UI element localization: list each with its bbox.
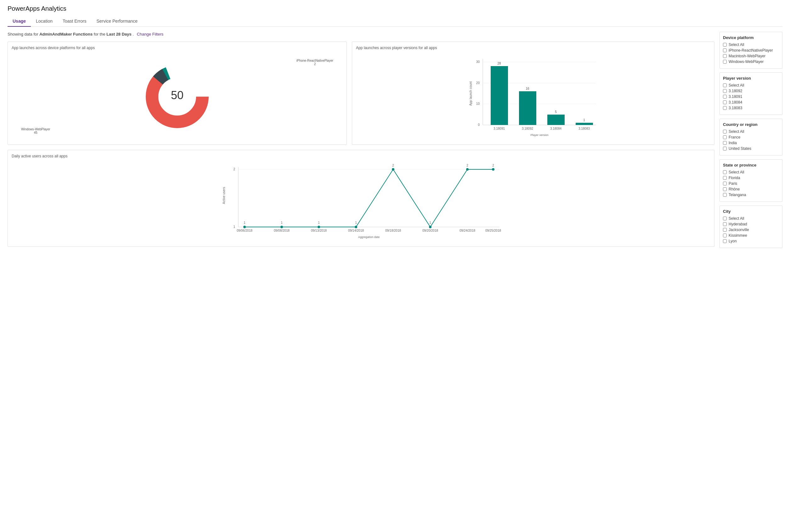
checkbox-state-province-selectall[interactable]: [723, 170, 727, 174]
tab-usage[interactable]: Usage: [7, 16, 31, 27]
checkbox-florida[interactable]: [723, 176, 727, 180]
svg-text:App launch count: App launch count: [469, 81, 473, 106]
donut-center-text: 50: [171, 89, 184, 102]
filter-country-france[interactable]: France: [723, 135, 779, 139]
bar-3.18092: [519, 91, 536, 125]
change-filters-link[interactable]: Change Filters: [137, 32, 164, 37]
bar-chart-wrapper: 0 10 20 30 App launch count: [356, 53, 710, 141]
subtitle-middle: for the: [94, 32, 107, 37]
checkbox-version-18092[interactable]: [723, 89, 727, 93]
filter-state-paris[interactable]: Paris: [723, 181, 779, 186]
filter-device-platform: Device platform Select All iPhone-ReactN…: [719, 32, 783, 69]
filter-city: City Select All Hyderabad Jacksonville K…: [719, 206, 783, 248]
svg-text:1: 1: [244, 221, 246, 225]
filter-state-rhone[interactable]: Rhône: [723, 187, 779, 191]
filter-city-jacksonville[interactable]: Jacksonville: [723, 228, 779, 232]
svg-text:3.18083: 3.18083: [578, 127, 590, 130]
svg-text:1: 1: [583, 118, 585, 122]
checkbox-jacksonville[interactable]: [723, 228, 727, 232]
bar-chart-title: App launches across player versions for …: [356, 46, 710, 50]
svg-text:09/13/2018: 09/13/2018: [311, 229, 327, 232]
point-8: [492, 168, 495, 171]
point-6: [429, 226, 431, 228]
filter-country-region-selectall[interactable]: Select All: [723, 129, 779, 134]
filter-country-region: Country or region Select All France Indi…: [719, 119, 783, 155]
filter-country-india[interactable]: India: [723, 141, 779, 145]
checkbox-india[interactable]: [723, 141, 727, 145]
svg-text:09/18/2018: 09/18/2018: [385, 229, 401, 232]
point-7: [466, 168, 469, 171]
filter-state-florida[interactable]: Florida: [723, 176, 779, 180]
filter-player-version-18084[interactable]: 3.18084: [723, 100, 779, 104]
filter-state-telangana[interactable]: Telangana: [723, 193, 779, 197]
svg-text:1: 1: [429, 221, 431, 225]
checkbox-telangana[interactable]: [723, 193, 727, 197]
checkbox-united-states[interactable]: [723, 147, 727, 150]
filter-city-lyon[interactable]: Lyon: [723, 239, 779, 243]
app-title: PowerApps Analytics: [7, 5, 783, 12]
checkbox-city-selectall[interactable]: [723, 216, 727, 220]
checkbox-rhone[interactable]: [723, 187, 727, 191]
filter-city-hyderabad[interactable]: Hyderabad: [723, 222, 779, 226]
filter-city-title: City: [723, 209, 779, 214]
donut-chart-title: App launches across device platforms for…: [12, 46, 343, 50]
filter-country-us[interactable]: United States: [723, 146, 779, 151]
checkbox-paris[interactable]: [723, 182, 727, 185]
checkbox-player-version-selectall[interactable]: [723, 83, 727, 87]
line-chart-wrapper: 1 2 Active users: [12, 161, 710, 243]
bar-3.18083: [576, 123, 593, 125]
checkbox-version-18084[interactable]: [723, 100, 727, 104]
line-path: [245, 169, 493, 227]
bar-3.18084: [547, 115, 565, 125]
checkbox-macintosh-webplayer[interactable]: [723, 54, 727, 58]
checkbox-hyderabad[interactable]: [723, 222, 727, 226]
filter-player-version-18083[interactable]: 3.18083: [723, 106, 779, 110]
filter-state-province-title: State or province: [723, 163, 779, 168]
point-4: [355, 226, 357, 228]
checkbox-windows-webplayer[interactable]: [723, 60, 727, 63]
tab-service-performance[interactable]: Service Performance: [91, 16, 142, 27]
subtitle-suffix: .: [133, 32, 134, 37]
svg-text:0: 0: [478, 123, 480, 127]
svg-text:09/14/2018: 09/14/2018: [348, 229, 364, 232]
filter-state-province-selectall[interactable]: Select All: [723, 170, 779, 174]
checkbox-france[interactable]: [723, 135, 727, 139]
checkbox-device-platform-selectall[interactable]: [723, 43, 727, 46]
tab-toast-errors[interactable]: Toast Errors: [58, 16, 91, 27]
filter-city-selectall[interactable]: Select All: [723, 216, 779, 221]
checkbox-version-18083[interactable]: [723, 106, 727, 110]
checkbox-kissimmee[interactable]: [723, 233, 727, 238]
svg-text:28: 28: [497, 62, 501, 65]
filter-country-region-title: Country or region: [723, 122, 779, 127]
svg-text:09/24/2018: 09/24/2018: [460, 229, 475, 232]
svg-text:09/20/2018: 09/20/2018: [422, 229, 438, 232]
tab-location[interactable]: Location: [31, 16, 58, 27]
subtitle: Showing data for AdminAndMaker Functions…: [7, 32, 714, 37]
filter-player-version-selectall[interactable]: Select All: [723, 83, 779, 88]
filter-device-platform-windows[interactable]: Windows-WebPlayer: [723, 59, 779, 64]
svg-text:20: 20: [476, 81, 480, 85]
checkbox-lyon[interactable]: [723, 239, 727, 243]
svg-text:3.18091: 3.18091: [494, 127, 505, 130]
filter-player-version-18092[interactable]: 3.18092: [723, 89, 779, 93]
main-content: Showing data for AdminAndMaker Functions…: [7, 32, 714, 252]
filter-player-version-title: Player version: [723, 76, 779, 81]
filter-device-platform-iphone[interactable]: iPhone-ReactNativePlayer: [723, 48, 779, 53]
filter-city-kissimmee[interactable]: Kissimmee: [723, 233, 779, 238]
nav-tabs: Usage Location Toast Errors Service Perf…: [7, 16, 783, 27]
svg-text:09/08/2018: 09/08/2018: [274, 229, 290, 232]
filter-device-platform-mac[interactable]: Macintosh-WebPlayer: [723, 54, 779, 58]
svg-text:2: 2: [492, 164, 494, 167]
subtitle-bold1: AdminAndMaker Functions: [39, 32, 93, 37]
filter-device-platform-selectall[interactable]: Select All: [723, 42, 779, 47]
filter-player-version-18091[interactable]: 3.18091: [723, 94, 779, 99]
checkbox-country-region-selectall[interactable]: [723, 130, 727, 133]
line-chart-title: Daily active users across all apps: [12, 154, 710, 158]
line-chart-card: Daily active users across all apps 1 2: [7, 150, 714, 247]
donut-chart-card: App launches across device platforms for…: [7, 41, 347, 145]
charts-row: App launches across device platforms for…: [7, 41, 714, 145]
checkbox-version-18091[interactable]: [723, 95, 727, 98]
checkbox-iphone-reactnativeplayer[interactable]: [723, 49, 727, 52]
svg-text:30: 30: [476, 60, 480, 63]
svg-text:2: 2: [466, 164, 468, 167]
